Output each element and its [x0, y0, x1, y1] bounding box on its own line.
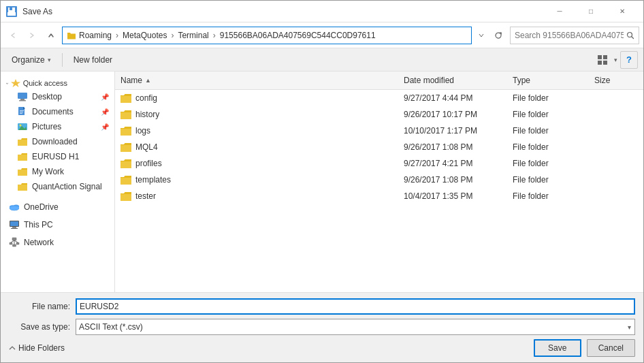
breadcrumb-current: 915566BA06ADA407569C544CC0D97611 — [220, 31, 376, 40]
table-row[interactable]: tester 10/4/2017 1:35 PM File folder — [115, 188, 643, 204]
file-cell-date: 9/26/2017 10:17 PM — [398, 107, 507, 122]
buttons-row: Hide Folders Save Cancel — [9, 339, 635, 357]
svg-rect-17 — [20, 112, 23, 112]
search-input[interactable] — [515, 31, 624, 40]
save-as-dialog: Save As ─ □ ✕ Roaming › MetaQuotes › — [0, 0, 644, 363]
hide-folders-button[interactable]: Hide Folders — [9, 343, 65, 353]
col-date[interactable]: Date modified — [398, 73, 507, 88]
file-cell-date: 9/27/2017 4:44 PM — [398, 91, 507, 106]
col-type[interactable]: Type — [507, 73, 589, 88]
filetype-select[interactable]: ASCII Text (*.csv)CSV (Comma delimited) … — [76, 319, 635, 335]
refresh-icon — [494, 31, 502, 40]
file-cell-size — [589, 140, 643, 155]
network-label: Network — [24, 238, 109, 247]
eurusd-label: EURUSD H1 — [32, 152, 109, 161]
breadcrumb-terminal[interactable]: Terminal — [178, 31, 208, 40]
new-folder-button[interactable]: New folder — [68, 51, 118, 69]
titlebar-title: Save As — [22, 7, 52, 16]
folder-icon — [120, 109, 131, 120]
sidebar-item-pictures[interactable]: Pictures 📌 — [1, 119, 114, 134]
breadcrumb-roaming[interactable]: Roaming — [79, 31, 112, 40]
table-row[interactable]: history 9/26/2017 10:17 PM File folder — [115, 106, 643, 123]
table-row[interactable]: templates 9/26/2017 1:08 PM File folder — [115, 172, 643, 188]
sidebar-item-eurusd[interactable]: EURUSD H1 — [1, 149, 114, 164]
back-button[interactable] — [5, 27, 21, 44]
folder-icon — [120, 174, 131, 185]
address-bar[interactable]: Roaming › MetaQuotes › Terminal › 915566… — [62, 27, 472, 44]
file-cell-date: 9/26/2017 1:08 PM — [398, 140, 507, 155]
quantaction-folder-icon — [17, 181, 28, 192]
svg-rect-8 — [598, 61, 602, 65]
file-cell-size — [589, 107, 643, 122]
quantaction-label: QuantAction Signal — [32, 182, 109, 191]
file-cell-date: 10/10/2017 1:17 PM — [398, 123, 507, 138]
file-cell-size — [589, 172, 643, 187]
file-cell-date: 9/27/2017 4:21 PM — [398, 156, 507, 171]
quick-access-header[interactable]: › Quick access — [1, 74, 114, 89]
folder-icon — [120, 142, 131, 153]
svg-rect-7 — [603, 55, 607, 59]
pictures-icon — [17, 121, 28, 132]
file-cell-name: tester — [115, 189, 398, 204]
up-icon — [48, 32, 54, 39]
up-button[interactable] — [43, 27, 59, 44]
toolbar: Organize ▾ New folder ▾ ? — [1, 48, 643, 72]
svg-rect-13 — [19, 100, 26, 101]
view-button[interactable] — [594, 51, 611, 69]
sidebar: › Quick access Desktop 📌 — [1, 72, 115, 292]
navbar: Roaming › MetaQuotes › Terminal › 915566… — [1, 22, 643, 48]
file-cell-size — [589, 91, 643, 106]
sidebar-item-desktop[interactable]: Desktop 📌 — [1, 89, 114, 104]
refresh-button[interactable] — [489, 27, 507, 44]
sidebar-item-onedrive[interactable]: OneDrive — [1, 200, 114, 215]
file-cell-date: 10/4/2017 1:35 PM — [398, 189, 507, 204]
sidebar-item-documents[interactable]: Documents 📌 — [1, 104, 114, 119]
table-row[interactable]: logs 10/10/2017 1:17 PM File folder — [115, 123, 643, 139]
titlebar: Save As ─ □ ✕ — [1, 1, 643, 22]
cancel-button[interactable]: Cancel — [587, 339, 635, 357]
filetype-row: Save as type: ASCII Text (*.csv)CSV (Com… — [9, 319, 635, 335]
downloaded-folder-icon — [17, 136, 28, 147]
col-name[interactable]: Name ▲ — [115, 73, 398, 88]
svg-rect-32 — [16, 242, 19, 244]
table-row[interactable]: config 9/27/2017 4:44 PM File folder — [115, 90, 643, 106]
search-box[interactable] — [510, 27, 639, 44]
address-dropdown-button[interactable] — [476, 27, 487, 44]
sidebar-item-quantaction[interactable]: QuantAction Signal — [1, 179, 114, 194]
svg-line-5 — [632, 36, 634, 38]
sidebar-item-thispc[interactable]: This PC — [1, 217, 114, 232]
file-cell-type: File folder — [507, 123, 589, 138]
file-cell-name: logs — [115, 123, 398, 138]
toolbar-separator — [62, 53, 63, 67]
minimize-button[interactable]: ─ — [544, 1, 575, 22]
file-cell-type: File folder — [507, 172, 589, 187]
col-name-label: Name — [120, 76, 142, 85]
table-row[interactable]: MQL4 9/26/2017 1:08 PM File folder — [115, 139, 643, 155]
organize-button[interactable]: Organize ▾ — [6, 51, 57, 69]
view-icon — [597, 54, 608, 65]
svg-rect-29 — [11, 228, 18, 229]
file-cell-name: profiles — [115, 156, 398, 171]
sidebar-item-downloaded[interactable]: Downloaded — [1, 134, 114, 149]
onedrive-label: OneDrive — [24, 202, 109, 212]
filetype-wrapper: ASCII Text (*.csv)CSV (Comma delimited) … — [76, 319, 635, 335]
maximize-button[interactable]: □ — [575, 1, 607, 22]
svg-rect-18 — [20, 113, 22, 114]
forward-button[interactable] — [24, 27, 40, 44]
sidebar-item-network[interactable]: Network — [1, 235, 114, 250]
table-row[interactable]: profiles 9/27/2017 4:21 PM File folder — [115, 155, 643, 172]
file-cell-type: File folder — [507, 91, 589, 106]
star-icon — [11, 78, 20, 88]
sidebar-item-mywork[interactable]: My Work — [1, 164, 114, 179]
svg-rect-3 — [7, 12, 16, 16]
save-button[interactable]: Save — [534, 339, 581, 357]
close-button[interactable]: ✕ — [607, 1, 638, 22]
col-size[interactable]: Size — [589, 73, 643, 88]
help-button[interactable]: ? — [620, 51, 638, 69]
file-list-header: Name ▲ Date modified Type Size — [115, 72, 643, 90]
back-icon — [10, 32, 16, 39]
breadcrumb-metaquotes[interactable]: MetaQuotes — [123, 31, 167, 40]
filename-row: File name: — [9, 298, 635, 315]
filename-input[interactable] — [76, 298, 635, 315]
quick-access-label: Quick access — [23, 79, 67, 87]
